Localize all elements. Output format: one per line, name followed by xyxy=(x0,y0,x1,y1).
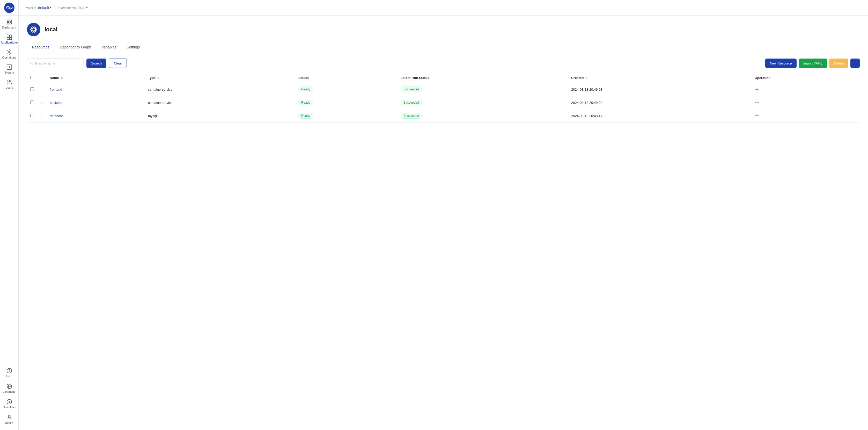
name-sort-icon: ⇅ xyxy=(61,76,63,80)
status-badge-frontend: Ready xyxy=(299,87,313,92)
svg-rect-4 xyxy=(9,23,11,24)
status-badge-database: Ready xyxy=(299,113,313,119)
more-icon-backend[interactable]: ⋮ xyxy=(762,99,768,106)
sidebar-item-download[interactable]: Download xyxy=(0,396,19,411)
col-type[interactable]: Type ⇅ xyxy=(145,73,295,83)
search-box xyxy=(27,59,84,68)
delete-button[interactable]: Delete xyxy=(829,59,848,68)
row-expand-cell[interactable]: › xyxy=(37,83,46,96)
row-checkbox-database[interactable] xyxy=(30,114,34,117)
sidebar-item-applications[interactable]: Applications xyxy=(0,32,19,47)
svg-point-20 xyxy=(30,62,32,64)
svg-rect-8 xyxy=(9,37,11,40)
col-latest-run-status: Latest Run Status xyxy=(398,73,568,83)
col-expand xyxy=(37,73,46,83)
col-operation: Operation xyxy=(751,73,860,83)
row-name-cell-frontend: frontend xyxy=(46,83,145,96)
row-expand-cell[interactable]: › xyxy=(37,109,46,122)
table-row: › backend containerservice Ready Succeed… xyxy=(27,96,860,109)
env-header: local xyxy=(27,23,860,36)
svg-rect-2 xyxy=(9,20,11,22)
row-status-cell-database: Ready xyxy=(295,109,398,122)
page-content: local Resources Dependency Graph Variabl… xyxy=(19,16,868,430)
col-created[interactable]: Created ⇅ xyxy=(568,73,751,83)
tab-variables[interactable]: Variables xyxy=(96,42,121,52)
tabs: Resources Dependency Graph Variables Set… xyxy=(27,42,860,52)
import-yaml-button[interactable]: Import YAML xyxy=(799,59,827,68)
edit-icon-frontend[interactable]: ✏ xyxy=(755,86,760,92)
row-checkbox-cell[interactable] xyxy=(27,109,37,122)
col-select-all[interactable] xyxy=(27,73,37,83)
type-sort-icon: ⇅ xyxy=(157,76,159,80)
resource-type-backend: containerservice xyxy=(148,101,173,105)
tab-resources[interactable]: Resources xyxy=(27,42,55,52)
sidebar-bottom: Help Language Download admin xyxy=(0,365,19,430)
row-checkbox-frontend[interactable] xyxy=(30,87,34,91)
sidebar-item-dashboard[interactable]: Dashboard xyxy=(0,17,19,32)
sidebar-item-admin[interactable]: admin xyxy=(0,412,19,427)
expand-button-database[interactable]: › xyxy=(40,113,43,118)
edit-icon-backend[interactable]: ✏ xyxy=(755,99,760,106)
svg-point-16 xyxy=(8,415,10,417)
more-icon-frontend[interactable]: ⋮ xyxy=(762,86,768,93)
row-type-cell-frontend: containerservice xyxy=(145,83,295,96)
svg-rect-5 xyxy=(7,35,9,37)
edit-icon-database[interactable]: ✏ xyxy=(755,113,760,119)
project-selector[interactable]: default ▾ xyxy=(38,6,52,10)
more-icon-database[interactable]: ⋮ xyxy=(762,112,768,119)
resource-name-backend[interactable]: backend xyxy=(50,101,62,105)
more-actions-button[interactable]: ⋮ xyxy=(850,59,860,68)
tab-dependency-graph[interactable]: Dependency Graph xyxy=(55,42,96,52)
row-checkbox-cell[interactable] xyxy=(27,83,37,96)
row-run-status-cell-database: Succeeded xyxy=(398,109,568,122)
resource-name-frontend[interactable]: frontend xyxy=(50,88,62,91)
row-status-cell-frontend: Ready xyxy=(295,83,398,96)
svg-point-11 xyxy=(7,80,9,82)
status-badge-backend: Ready xyxy=(299,100,313,106)
select-all-checkbox[interactable] xyxy=(30,76,34,79)
svg-point-13 xyxy=(9,372,9,372)
environment-selector[interactable]: local ▾ xyxy=(78,6,88,10)
expand-button-backend[interactable]: › xyxy=(40,100,43,105)
table-row: › frontend containerservice Ready Succee… xyxy=(27,83,860,96)
resource-type-database: mysql xyxy=(148,114,157,118)
search-button[interactable]: Search xyxy=(87,59,106,68)
row-checkbox-backend[interactable] xyxy=(30,101,34,104)
resource-type-frontend: containerservice xyxy=(148,88,173,91)
clear-button[interactable]: Clear xyxy=(109,59,127,68)
svg-rect-3 xyxy=(7,23,8,24)
created-sort-icon: ⇅ xyxy=(585,76,587,80)
svg-rect-1 xyxy=(7,20,8,22)
resource-name-database[interactable]: database xyxy=(50,114,64,118)
sidebar-item-operations[interactable]: Operations xyxy=(0,47,19,62)
run-status-badge-backend: Succeeded xyxy=(401,100,422,106)
sidebar-item-language[interactable]: Language xyxy=(0,381,19,396)
row-expand-cell[interactable]: › xyxy=(37,96,46,109)
row-created-cell-database: 2024-03-13 20:48:47 xyxy=(568,109,751,122)
sidebar-item-users[interactable]: Users xyxy=(0,77,19,92)
search-icon xyxy=(30,61,33,65)
row-type-cell-database: mysql xyxy=(145,109,295,122)
col-name[interactable]: Name ⇅ xyxy=(46,73,145,83)
tab-settings[interactable]: Settings xyxy=(122,42,145,52)
toolbar: Search Clear New Resource Import YAML De… xyxy=(27,59,860,68)
logo[interactable] xyxy=(0,0,19,16)
row-run-status-cell-frontend: Succeeded xyxy=(398,83,568,96)
row-checkbox-cell[interactable] xyxy=(27,96,37,109)
svg-rect-6 xyxy=(9,35,11,37)
svg-point-9 xyxy=(8,51,10,53)
projects-label: Projects xyxy=(25,5,36,10)
search-input[interactable] xyxy=(35,61,81,65)
sidebar-item-system[interactable]: System xyxy=(0,62,19,77)
col-status: Status xyxy=(295,73,398,83)
run-status-badge-frontend: Succeeded xyxy=(401,87,422,92)
row-op-cell-frontend: ✏ ⋮ xyxy=(751,83,860,96)
row-created-cell-frontend: 2024-03-13 20:49:23 xyxy=(568,83,751,96)
sidebar-item-help[interactable]: Help xyxy=(0,365,19,380)
expand-button-frontend[interactable]: › xyxy=(40,87,43,92)
environment-chevron-icon: ▾ xyxy=(86,6,88,9)
breadcrumb-separator: / xyxy=(54,6,55,10)
project-chevron-icon: ▾ xyxy=(50,6,52,9)
new-resource-button[interactable]: New Resource xyxy=(765,59,797,68)
run-status-badge-database: Succeeded xyxy=(401,113,422,119)
